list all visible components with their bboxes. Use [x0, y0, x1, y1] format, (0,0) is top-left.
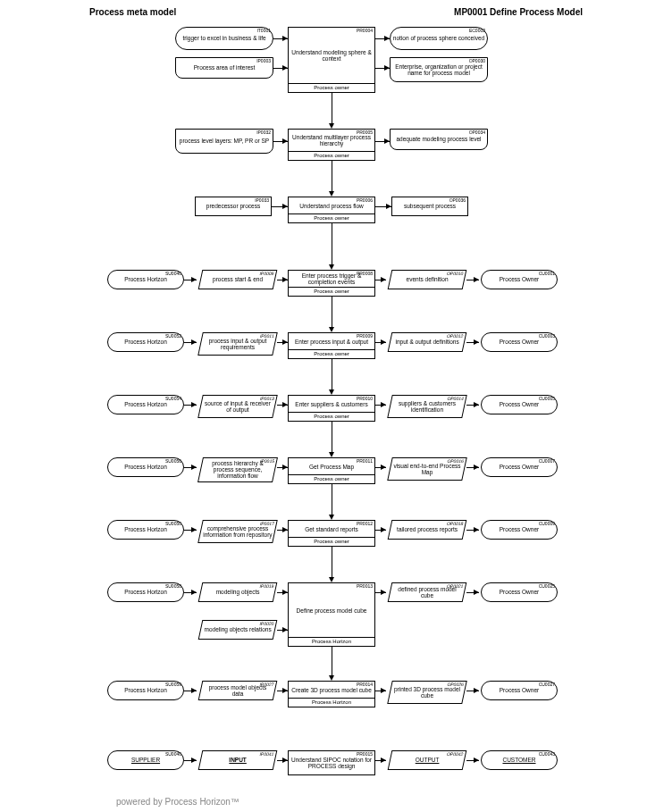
customer-r10: CU0027Process Owner	[481, 681, 558, 700]
notion-event: EC0002 notion of process sphere conceive…	[390, 27, 488, 50]
title-right: MP0001 Define Process Model	[454, 7, 583, 17]
enterprise-name: OP0030 Enterprise, organization or proje…	[390, 57, 488, 82]
supplier-r7: SU0056Process Horizon	[107, 457, 184, 477]
proc-define-cube: PR0013Define process model cubeProcess H…	[288, 582, 375, 647]
title-left: Process meta model	[89, 7, 176, 17]
legend-input: IP0041INPUT	[198, 750, 278, 770]
proc-understand-sphere: PR0004 Understand modeling sphere & cont…	[288, 27, 375, 93]
legend-customer: CU0043CUSTOMER	[481, 750, 558, 770]
input-r4: IP0009process start & end	[198, 270, 278, 289]
customer-r4: CU0001Process Owner	[481, 270, 558, 289]
output-r6: OP0014suppliers & customers identificati…	[387, 395, 467, 418]
input-r6: IP0013source of input & receiver of outp…	[197, 395, 278, 418]
output-r9: OP0021defined process model cube	[388, 582, 467, 602]
customer-r6: CU0005Process Owner	[481, 395, 558, 414]
proc-enter-trigger: PR0008Enter process trigger & completion…	[288, 270, 375, 297]
input-r8: IP0017comprehensive process information …	[197, 520, 278, 543]
customer-r9: CU0025Process Owner	[481, 582, 558, 602]
customer-r7: CU0007Process Owner	[481, 457, 558, 477]
input-r10: IP0027process model objects data	[198, 681, 278, 700]
input-r9b: IP0020modeling objects relations	[198, 620, 278, 640]
proc-enter-suppliers: PR0010Enter suppliers & customersProcess…	[288, 395, 375, 422]
customer-r5: CU0003Process Owner	[481, 332, 558, 352]
proc-understand-flow: PR0006 Understand process flow Process o…	[288, 197, 375, 223]
proc-understand-hierarchy: PR0005 Understand multilayer process hie…	[288, 129, 375, 161]
footer-credit: powered by Process Horizon™	[116, 797, 239, 807]
supplier-r8: SU0050Process Horizon	[107, 520, 184, 540]
supplier-r5: SU0052Process Horizon	[107, 332, 184, 352]
proc-enter-io: PR0009Enter process input & outputProces…	[288, 332, 375, 359]
supplier-r6: SU0054Process Horizon	[107, 395, 184, 414]
customer-r8: CU0009Process Owner	[481, 520, 558, 540]
process-area-interest: IP0003 Process area of interest	[175, 57, 273, 79]
adequate-level: OP0034 adequate modeling process level	[390, 129, 488, 150]
proc-get-reports: PR0012Get standard reportsProcess owner	[288, 520, 375, 547]
input-r9a: IP0019modeling objects	[198, 582, 278, 602]
output-r7: OP0016visual end-to-end Process Map	[387, 457, 467, 481]
subsequent-process: OP0036 subsequent process	[391, 197, 468, 216]
output-r4: OP0010events definition	[388, 270, 467, 289]
proc-create-3d: PR0014Create 3D process model cubeProces…	[288, 681, 375, 707]
output-r5: OP0012input & output definitions	[388, 332, 467, 352]
supplier-r10: SU0059Process Horizon	[107, 681, 184, 700]
legend-output: OP0042OUTPUT	[388, 750, 467, 770]
proc-get-map: PR0011Get Process MapProcess owner	[288, 457, 375, 484]
supplier-r4: SU0040Process Horizon	[107, 270, 184, 289]
trigger-event: IT0001 trigger to excel in business & li…	[175, 27, 273, 50]
input-r5: IP0011process input & output requirement…	[197, 332, 278, 356]
legend-supplier: SU0040SUPPLIER	[107, 750, 184, 770]
process-level-layers: IP0032 process level layers: MP, PR or S…	[175, 129, 273, 154]
predecessor-process: IP0033 predecessor process	[195, 197, 272, 216]
input-r7: IP0015process hierarchy & process sequen…	[197, 457, 278, 482]
output-r10: OP0026printed 3D process model cube	[387, 681, 467, 704]
output-r8: OP0018tailored process reports	[388, 520, 467, 540]
legend-process: PR0015Understand SIPOC notation for PROC…	[288, 750, 375, 775]
supplier-r9: SU0058Process Horizon	[107, 582, 184, 602]
